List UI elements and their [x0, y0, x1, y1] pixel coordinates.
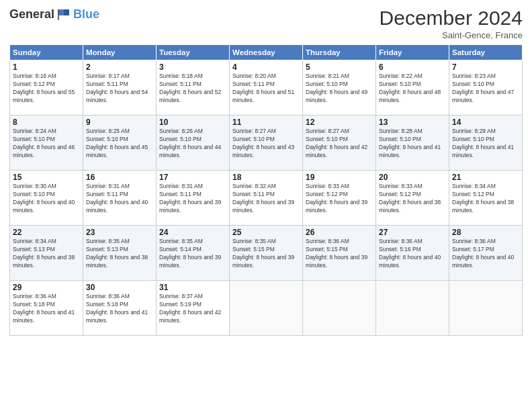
day-number: 8 — [13, 118, 80, 127]
calendar-cell: 28Sunrise: 8:36 AM Sunset: 5:17 PM Dayli… — [449, 226, 523, 281]
logo-blue-text: Blue — [73, 7, 99, 21]
logo-flag-icon — [57, 7, 72, 21]
calendar-cell: 16Sunrise: 8:31 AM Sunset: 5:11 PM Dayli… — [83, 171, 157, 226]
col-sunday: Sunday — [10, 45, 83, 60]
day-info: Sunrise: 8:24 AM Sunset: 5:10 PM Dayligh… — [13, 128, 80, 160]
day-info: Sunrise: 8:23 AM Sunset: 5:10 PM Dayligh… — [452, 73, 519, 105]
day-number: 15 — [13, 173, 80, 182]
day-info: Sunrise: 8:37 AM Sunset: 5:19 PM Dayligh… — [159, 293, 226, 325]
calendar-cell: 12Sunrise: 8:27 AM Sunset: 5:10 PM Dayli… — [303, 116, 376, 171]
page: General Blue December 2024 Saint-Gence, … — [0, 0, 532, 411]
calendar-cell: 24Sunrise: 8:35 AM Sunset: 5:14 PM Dayli… — [157, 226, 230, 281]
calendar-cell: 3Sunrise: 8:18 AM Sunset: 5:11 PM Daylig… — [157, 60, 230, 116]
day-info: Sunrise: 8:36 AM Sunset: 5:16 PM Dayligh… — [379, 238, 446, 270]
calendar-cell: 1Sunrise: 8:16 AM Sunset: 5:12 PM Daylig… — [10, 60, 83, 116]
day-number: 27 — [379, 228, 446, 237]
day-info: Sunrise: 8:27 AM Sunset: 5:10 PM Dayligh… — [232, 128, 300, 160]
day-info: Sunrise: 8:29 AM Sunset: 5:10 PM Dayligh… — [452, 128, 519, 160]
calendar-cell: 20Sunrise: 8:33 AM Sunset: 5:12 PM Dayli… — [376, 171, 449, 226]
calendar-cell: 18Sunrise: 8:32 AM Sunset: 5:11 PM Dayli… — [230, 171, 303, 226]
day-info: Sunrise: 8:36 AM Sunset: 5:18 PM Dayligh… — [86, 293, 153, 325]
day-info: Sunrise: 8:31 AM Sunset: 5:11 PM Dayligh… — [159, 183, 226, 215]
calendar-cell: 19Sunrise: 8:33 AM Sunset: 5:12 PM Dayli… — [303, 171, 376, 226]
calendar-cell — [449, 281, 523, 336]
day-info: Sunrise: 8:31 AM Sunset: 5:11 PM Dayligh… — [86, 183, 153, 215]
calendar-cell: 22Sunrise: 8:34 AM Sunset: 5:13 PM Dayli… — [10, 226, 83, 281]
col-friday: Friday — [376, 45, 449, 60]
day-number: 14 — [452, 118, 519, 127]
day-number: 18 — [232, 173, 300, 182]
day-number: 24 — [159, 228, 226, 237]
calendar-cell: 27Sunrise: 8:36 AM Sunset: 5:16 PM Dayli… — [376, 226, 449, 281]
calendar-cell: 2Sunrise: 8:17 AM Sunset: 5:11 PM Daylig… — [83, 60, 157, 116]
calendar-cell: 31Sunrise: 8:37 AM Sunset: 5:19 PM Dayli… — [157, 281, 230, 336]
calendar-cell: 13Sunrise: 8:28 AM Sunset: 5:10 PM Dayli… — [376, 116, 449, 171]
calendar-cell: 5Sunrise: 8:21 AM Sunset: 5:10 PM Daylig… — [303, 60, 376, 116]
day-info: Sunrise: 8:26 AM Sunset: 5:10 PM Dayligh… — [159, 128, 226, 160]
logo-general-text: General — [9, 7, 54, 21]
calendar-cell: 23Sunrise: 8:35 AM Sunset: 5:13 PM Dayli… — [83, 226, 157, 281]
day-info: Sunrise: 8:25 AM Sunset: 5:10 PM Dayligh… — [86, 128, 153, 160]
day-number: 12 — [306, 118, 373, 127]
day-info: Sunrise: 8:18 AM Sunset: 5:11 PM Dayligh… — [159, 73, 226, 105]
calendar-cell: 29Sunrise: 8:36 AM Sunset: 5:18 PM Dayli… — [10, 281, 83, 336]
day-info: Sunrise: 8:36 AM Sunset: 5:18 PM Dayligh… — [13, 293, 80, 325]
day-info: Sunrise: 8:34 AM Sunset: 5:13 PM Dayligh… — [13, 238, 80, 270]
day-number: 23 — [86, 228, 153, 237]
day-number: 2 — [86, 62, 153, 72]
day-info: Sunrise: 8:33 AM Sunset: 5:12 PM Dayligh… — [379, 183, 446, 215]
day-number: 22 — [13, 228, 80, 237]
day-number: 26 — [306, 228, 373, 237]
calendar-cell: 17Sunrise: 8:31 AM Sunset: 5:11 PM Dayli… — [157, 171, 230, 226]
day-info: Sunrise: 8:33 AM Sunset: 5:12 PM Dayligh… — [306, 183, 373, 215]
calendar-cell: 6Sunrise: 8:22 AM Sunset: 5:10 PM Daylig… — [376, 60, 449, 116]
day-info: Sunrise: 8:30 AM Sunset: 5:10 PM Dayligh… — [13, 183, 80, 215]
calendar-cell: 10Sunrise: 8:26 AM Sunset: 5:10 PM Dayli… — [157, 116, 230, 171]
day-number: 17 — [159, 173, 226, 182]
calendar-cell: 21Sunrise: 8:34 AM Sunset: 5:12 PM Dayli… — [449, 171, 523, 226]
month-title: December 2024 — [380, 7, 523, 29]
col-wednesday: Wednesday — [230, 45, 303, 60]
header-row: Sunday Monday Tuesday Wednesday Thursday… — [10, 45, 523, 60]
header: General Blue December 2024 Saint-Gence, … — [9, 7, 523, 40]
week-row: 29Sunrise: 8:36 AM Sunset: 5:18 PM Dayli… — [10, 281, 523, 336]
day-info: Sunrise: 8:36 AM Sunset: 5:17 PM Dayligh… — [452, 238, 519, 270]
day-info: Sunrise: 8:28 AM Sunset: 5:10 PM Dayligh… — [379, 128, 446, 160]
day-number: 16 — [86, 173, 153, 182]
day-number: 20 — [379, 173, 446, 182]
day-number: 31 — [159, 283, 226, 292]
day-info: Sunrise: 8:34 AM Sunset: 5:12 PM Dayligh… — [452, 183, 519, 215]
location: Saint-Gence, France — [380, 30, 523, 40]
day-number: 25 — [232, 228, 300, 237]
calendar-cell — [376, 281, 449, 336]
day-info: Sunrise: 8:22 AM Sunset: 5:10 PM Dayligh… — [379, 73, 446, 105]
calendar-cell: 11Sunrise: 8:27 AM Sunset: 5:10 PM Dayli… — [230, 116, 303, 171]
calendar-table: Sunday Monday Tuesday Wednesday Thursday… — [9, 44, 523, 336]
title-block: December 2024 Saint-Gence, France — [380, 7, 523, 40]
svg-marker-1 — [64, 9, 69, 15]
calendar-cell: 25Sunrise: 8:35 AM Sunset: 5:15 PM Dayli… — [230, 226, 303, 281]
day-number: 7 — [452, 62, 519, 72]
day-number: 28 — [452, 228, 519, 237]
calendar-cell: 7Sunrise: 8:23 AM Sunset: 5:10 PM Daylig… — [449, 60, 523, 116]
day-number: 13 — [379, 118, 446, 127]
week-row: 15Sunrise: 8:30 AM Sunset: 5:10 PM Dayli… — [10, 171, 523, 226]
day-info: Sunrise: 8:35 AM Sunset: 5:15 PM Dayligh… — [232, 238, 300, 270]
day-info: Sunrise: 8:32 AM Sunset: 5:11 PM Dayligh… — [232, 183, 300, 215]
day-number: 30 — [86, 283, 153, 292]
day-number: 21 — [452, 173, 519, 182]
week-row: 1Sunrise: 8:16 AM Sunset: 5:12 PM Daylig… — [10, 60, 523, 116]
calendar-cell: 15Sunrise: 8:30 AM Sunset: 5:10 PM Dayli… — [10, 171, 83, 226]
day-number: 11 — [232, 118, 300, 127]
calendar-cell: 26Sunrise: 8:36 AM Sunset: 5:15 PM Dayli… — [303, 226, 376, 281]
day-number: 29 — [13, 283, 80, 292]
day-number: 6 — [379, 62, 446, 72]
calendar-cell: 30Sunrise: 8:36 AM Sunset: 5:18 PM Dayli… — [83, 281, 157, 336]
col-tuesday: Tuesday — [157, 45, 230, 60]
day-number: 3 — [159, 62, 226, 72]
week-row: 8Sunrise: 8:24 AM Sunset: 5:10 PM Daylig… — [10, 116, 523, 171]
day-number: 10 — [159, 118, 226, 127]
day-info: Sunrise: 8:16 AM Sunset: 5:12 PM Dayligh… — [13, 73, 80, 105]
calendar-cell: 4Sunrise: 8:20 AM Sunset: 5:11 PM Daylig… — [230, 60, 303, 116]
day-number: 1 — [13, 62, 80, 72]
